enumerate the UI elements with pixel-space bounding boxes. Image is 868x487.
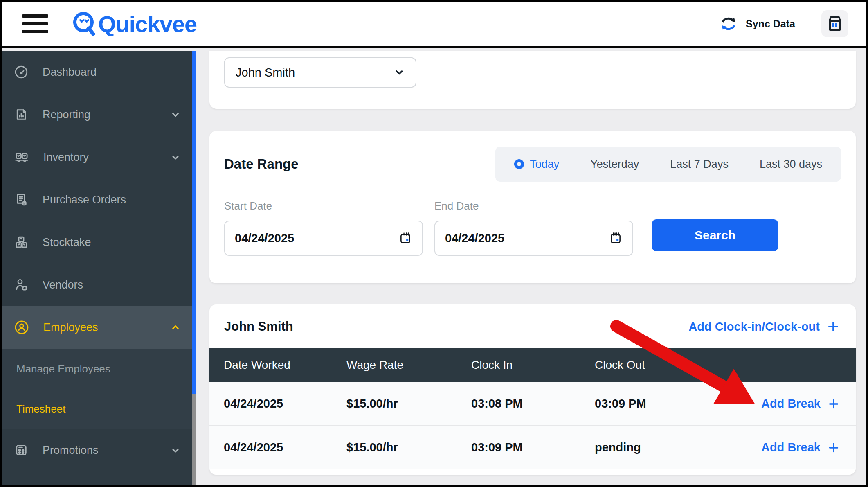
employees-submenu: Manage Employees Timesheet bbox=[2, 349, 196, 429]
sidebar-scrollbar-track[interactable] bbox=[192, 51, 196, 485]
preset-yesterday[interactable]: Yesterday bbox=[590, 158, 639, 171]
sidebar-item-timesheet[interactable]: Timesheet bbox=[2, 389, 196, 429]
radio-selected-icon bbox=[514, 159, 524, 169]
sync-data-button[interactable]: Sync Data bbox=[720, 16, 795, 32]
sidebar-label: Dashboard bbox=[43, 66, 97, 79]
vendor-person-icon bbox=[14, 277, 29, 292]
employee-select-value: John Smith bbox=[236, 66, 295, 79]
sidebar-item-purchase-orders[interactable]: Purchase Orders bbox=[2, 178, 196, 221]
sync-data-label: Sync Data bbox=[746, 18, 795, 30]
timesheet-row: 04/24/2025 $15.00/hr 03:09 PM pending Ad… bbox=[209, 426, 856, 469]
receipt-icon bbox=[14, 192, 29, 207]
add-clock-in-out-link[interactable]: Add Clock-in/Clock-out bbox=[688, 320, 839, 334]
store-avatar-button[interactable] bbox=[821, 10, 848, 37]
start-date-field: Start Date 04/24/2025 bbox=[224, 200, 423, 256]
preset-label: Last 30 days bbox=[760, 158, 822, 171]
column-header-clock-in: Clock In bbox=[471, 358, 595, 372]
sidebar-label: Reporting bbox=[43, 108, 90, 121]
plus-icon bbox=[828, 398, 839, 410]
top-header: Quickvee Sync Data bbox=[2, 2, 866, 48]
quickvee-q-mark-icon bbox=[72, 11, 97, 36]
cell-clock-in: 03:09 PM bbox=[471, 441, 595, 454]
add-clock-in-out-label: Add Clock-in/Clock-out bbox=[688, 320, 820, 334]
chevron-down-icon bbox=[394, 67, 405, 78]
sidebar-item-vendors[interactable]: Vendors bbox=[2, 264, 196, 306]
add-break-label: Add Break bbox=[761, 397, 821, 410]
preset-last-30-days[interactable]: Last 30 days bbox=[760, 158, 822, 171]
sidebar-label: Timesheet bbox=[16, 403, 65, 415]
end-date-input[interactable]: 04/24/2025 bbox=[434, 221, 633, 256]
sidebar-item-manage-employees[interactable]: Manage Employees bbox=[2, 349, 196, 389]
sidebar-label: Manage Employees bbox=[16, 363, 110, 375]
calendar-icon[interactable] bbox=[609, 231, 623, 245]
end-date-field: End Date 04/24/2025 bbox=[434, 200, 633, 256]
preset-label: Last 7 Days bbox=[670, 158, 729, 171]
plus-icon bbox=[828, 442, 839, 453]
preset-label: Today bbox=[530, 158, 559, 171]
cell-date-worked: 04/24/2025 bbox=[209, 397, 346, 410]
main-content: John Smith Date Range Today Yesterday La bbox=[196, 51, 866, 485]
chevron-up-icon bbox=[169, 321, 182, 334]
promo-grid-icon bbox=[14, 443, 29, 458]
sidebar-label: Promotions bbox=[43, 444, 99, 457]
inventory-icon bbox=[14, 150, 29, 165]
calendar-icon[interactable] bbox=[398, 231, 412, 245]
search-button[interactable]: Search bbox=[652, 219, 778, 251]
sidebar-item-inventory[interactable]: Inventory bbox=[2, 136, 196, 178]
plus-icon bbox=[827, 320, 839, 333]
hamburger-menu-icon[interactable] bbox=[22, 14, 48, 33]
employee-select[interactable]: John Smith bbox=[224, 57, 416, 88]
timesheet-card: John Smith Add Clock-in/Clock-out Date W… bbox=[209, 304, 856, 475]
start-date-label: Start Date bbox=[224, 200, 423, 212]
person-circle-icon bbox=[14, 320, 29, 335]
sidebar-label: Inventory bbox=[43, 151, 89, 164]
preset-last-7-days[interactable]: Last 7 Days bbox=[670, 158, 729, 171]
date-range-title: Date Range bbox=[224, 156, 299, 172]
cell-wage-rate: $15.00/hr bbox=[346, 441, 471, 454]
cell-clock-out: 03:09 PM bbox=[595, 397, 717, 410]
cell-clock-out: pending bbox=[595, 441, 717, 454]
boxes-icon bbox=[14, 235, 29, 250]
column-header-date-worked: Date Worked bbox=[209, 358, 346, 372]
chevron-down-icon bbox=[169, 108, 182, 121]
sidebar-item-stocktake[interactable]: Stocktake bbox=[2, 221, 196, 264]
end-date-label: End Date bbox=[434, 200, 633, 212]
timesheet-table-header: Date Worked Wage Rate Clock In Clock Out bbox=[209, 348, 856, 382]
logo-text: Quickvee bbox=[98, 11, 197, 37]
add-break-link[interactable]: Add Break bbox=[761, 441, 839, 454]
gauge-icon bbox=[14, 65, 29, 79]
sidebar-item-promotions[interactable]: Promotions bbox=[2, 429, 196, 471]
screenshot-frame: Quickvee Sync Data bbox=[0, 0, 868, 487]
sidebar-label: Employees bbox=[43, 321, 98, 334]
store-icon bbox=[826, 15, 843, 32]
cell-wage-rate: $15.00/hr bbox=[346, 397, 471, 410]
sidebar-item-dashboard[interactable]: Dashboard bbox=[2, 51, 196, 93]
sidebar-scrollbar-thumb[interactable] bbox=[192, 51, 196, 394]
sync-arrows-icon bbox=[720, 16, 738, 32]
employee-select-card: John Smith bbox=[209, 51, 856, 109]
column-header-wage-rate: Wage Rate bbox=[346, 358, 471, 372]
chevron-down-icon bbox=[169, 151, 182, 163]
sidebar-label: Stocktake bbox=[43, 236, 91, 249]
sidebar-label: Vendors bbox=[43, 279, 83, 291]
sidebar-item-employees[interactable]: Employees bbox=[2, 306, 196, 349]
chevron-down-icon bbox=[169, 444, 182, 456]
header-right: Sync Data bbox=[720, 10, 848, 37]
column-header-clock-out: Clock Out bbox=[595, 358, 717, 372]
date-preset-tabs: Today Yesterday Last 7 Days Last 30 days bbox=[495, 147, 841, 182]
cell-date-worked: 04/24/2025 bbox=[209, 441, 346, 454]
quickvee-logo[interactable]: Quickvee bbox=[72, 11, 197, 37]
add-break-label: Add Break bbox=[761, 441, 821, 454]
add-break-link[interactable]: Add Break bbox=[761, 397, 839, 410]
start-date-input[interactable]: 04/24/2025 bbox=[224, 221, 423, 256]
timesheet-employee-name: John Smith bbox=[224, 319, 293, 334]
date-range-card: Date Range Today Yesterday Last 7 Days L… bbox=[209, 131, 856, 283]
sidebar-item-reporting[interactable]: Reporting bbox=[2, 93, 196, 136]
sidebar-nav: Dashboard Reporting Inventory bbox=[2, 51, 196, 485]
sidebar-label: Purchase Orders bbox=[43, 194, 126, 206]
preset-label: Yesterday bbox=[590, 158, 639, 171]
app-window: Quickvee Sync Data bbox=[2, 2, 866, 485]
end-date-value: 04/24/2025 bbox=[445, 232, 504, 245]
start-date-value: 04/24/2025 bbox=[235, 232, 294, 245]
preset-today[interactable]: Today bbox=[514, 158, 559, 171]
